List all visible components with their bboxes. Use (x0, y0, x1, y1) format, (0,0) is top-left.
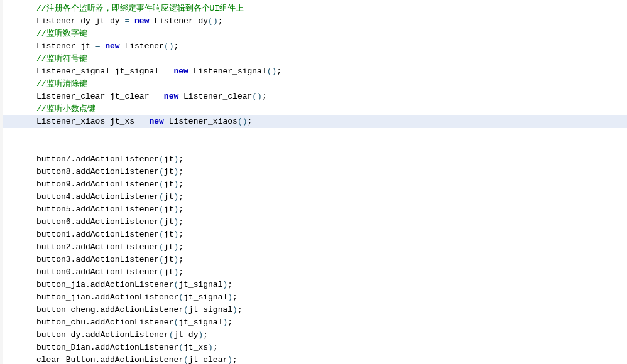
token-semi: ; (173, 41, 178, 51)
token-ident: Listener jt (36, 41, 95, 51)
code-line[interactable]: //监听小数点键 (3, 104, 95, 114)
token-semi: ; (178, 192, 183, 201)
token-ident: Listener_signal (188, 67, 267, 76)
token-ident: button_chu.addActionListener (36, 318, 173, 327)
code-line[interactable]: button6.addActionListener(jt); (3, 217, 183, 227)
token-paren: () (252, 92, 262, 101)
code-line[interactable]: button3.addActionListener(jt); (3, 255, 183, 264)
code-line[interactable]: button_chu.addActionListener(jt_signal); (3, 318, 232, 327)
token-semi: ; (178, 255, 183, 264)
token-ident: button_cheng.addActionListener (36, 305, 183, 314)
token-ident: button4.addActionListener (36, 192, 159, 201)
token-ident: jt (164, 230, 174, 239)
token-comment: //监听清除键 (36, 79, 87, 88)
token-paren: () (267, 67, 277, 76)
code-line[interactable]: button_Dian.addActionListener(jt_xs); (3, 343, 218, 352)
token-paren: () (237, 117, 248, 126)
token-ident: jt (164, 242, 174, 252)
code-line[interactable]: button0.addActionListener(jt); (3, 267, 183, 277)
token-semi: ; (232, 355, 237, 364)
token-paren: ( (159, 255, 164, 264)
token-paren: ( (159, 167, 164, 176)
code-line[interactable]: clear_Button.addActionListener(jt_clear)… (3, 355, 237, 364)
token-paren: = (139, 117, 144, 126)
token-ident: button3.addActionListener (36, 255, 159, 264)
token-keyword: new (173, 67, 188, 76)
token-ident: button5.addActionListener (36, 205, 159, 214)
token-ident: button_jia.addActionListener (36, 280, 173, 289)
token-keyword: new (134, 16, 149, 26)
token-paren: = (164, 67, 169, 76)
code-line[interactable]: //监听符号键 (3, 54, 87, 63)
code-line[interactable]: button_jian.addActionListener(jt_signal)… (3, 292, 237, 302)
token-paren: () (208, 16, 218, 26)
token-ident: jt (164, 154, 174, 164)
code-line[interactable]: button5.addActionListener(jt); (3, 205, 183, 214)
token-ident: jt_signal (178, 280, 222, 289)
token-ident: jt_clear (188, 355, 227, 364)
token-semi: ; (218, 16, 223, 26)
token-paren: ) (232, 305, 237, 314)
token-paren: ( (159, 154, 164, 164)
code-line[interactable]: button7.addActionListener(jt); (3, 154, 183, 164)
token-paren: ( (159, 267, 164, 277)
token-ident: button_Dian.addActionListener (36, 343, 178, 352)
token-ident: button9.addActionListener (36, 179, 159, 189)
code-line[interactable]: button9.addActionListener(jt); (3, 179, 183, 189)
token-ident: button0.addActionListener (36, 267, 159, 277)
code-editor[interactable]: //注册各个监听器，即绑定事件响应逻辑到各个UI组件上 Listener_dy … (0, 0, 627, 364)
token-ident: button_jian.addActionListener (36, 292, 178, 302)
token-comment: //监听小数点键 (36, 104, 95, 114)
token-ident: jt (164, 267, 174, 277)
code-line[interactable]: //注册各个监听器，即绑定事件响应逻辑到各个UI组件上 (3, 4, 244, 13)
token-keyword: new (149, 117, 163, 126)
code-line[interactable]: button8.addActionListener(jt); (3, 167, 183, 176)
token-semi: ; (178, 154, 183, 164)
code-line[interactable]: button2.addActionListener(jt); (3, 242, 183, 252)
token-semi: ; (178, 242, 183, 252)
token-semi: ; (178, 267, 183, 277)
token-ident: jt_signal (183, 292, 227, 302)
token-semi: ; (237, 305, 243, 314)
token-ident (129, 16, 134, 26)
token-ident: clear_Button.addActionListener (36, 355, 183, 364)
token-comment: //监听符号键 (36, 54, 87, 63)
token-ident: button2.addActionListener (36, 242, 159, 252)
token-ident: Listener_dy (149, 16, 208, 26)
code-line[interactable]: button_dy.addActionListener(jt_dy); (3, 330, 208, 340)
code-line[interactable]: Listener jt = new Listener(); (3, 41, 178, 51)
token-paren: ( (159, 217, 164, 227)
token-ident: jt_signal (178, 318, 222, 327)
code-line[interactable]: Listener_xiaos jt_xs = new Listener_xiao… (3, 115, 627, 128)
code-line[interactable]: button1.addActionListener(jt); (3, 230, 183, 239)
code-line[interactable]: Listener_dy jt_dy = new Listener_dy(); (3, 16, 223, 26)
token-semi: ; (178, 167, 183, 176)
code-line[interactable]: button4.addActionListener(jt); (3, 192, 183, 201)
code-line[interactable]: //监听清除键 (3, 79, 87, 88)
token-semi: ; (248, 117, 253, 126)
token-semi: ; (232, 292, 237, 302)
token-paren: ( (183, 305, 188, 314)
token-ident: Listener_clear (178, 92, 252, 101)
token-paren: ( (159, 192, 164, 201)
token-ident: jt_signal (188, 305, 232, 314)
token-ident: jt_xs (183, 343, 208, 352)
token-ident: button8.addActionListener (36, 167, 159, 176)
token-semi: ; (213, 343, 218, 352)
token-paren: ( (178, 292, 183, 302)
token-ident: jt (164, 205, 174, 214)
code-line[interactable]: Listener_signal jt_signal = new Listener… (3, 67, 281, 76)
token-ident: jt (164, 167, 174, 176)
token-paren: = (154, 92, 159, 101)
token-ident: jt_dy (173, 330, 198, 340)
blank-line (3, 141, 627, 153)
code-line[interactable]: button_jia.addActionListener(jt_signal); (3, 280, 232, 289)
token-paren: ( (178, 343, 183, 352)
token-ident: Listener_dy jt_dy (36, 16, 124, 26)
token-semi: ; (227, 280, 232, 289)
token-ident: Listener_xiaos (164, 117, 237, 126)
token-semi: ; (178, 217, 183, 227)
code-line[interactable]: Listener_clear jt_clear = new Listener_c… (3, 92, 267, 101)
code-line[interactable]: button_cheng.addActionListener(jt_signal… (3, 305, 243, 314)
code-line[interactable]: //监听数字键 (3, 29, 87, 38)
